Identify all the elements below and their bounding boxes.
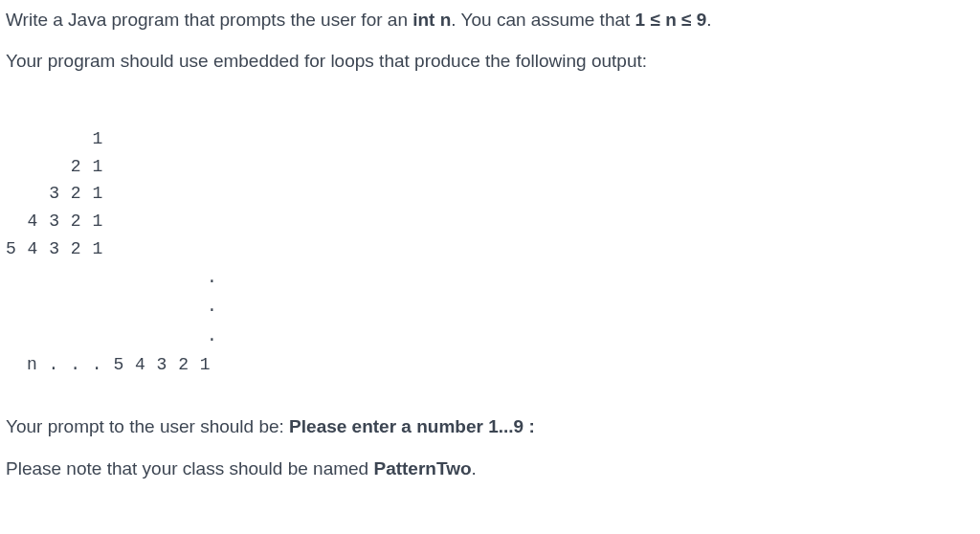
text-segment: Write a Java program that prompts the us…	[6, 10, 412, 30]
constraint-expression: 1 ≤ n ≤ 9	[635, 10, 707, 30]
pattern-line: 4 3 2 1	[6, 211, 103, 231]
dot: .	[207, 322, 974, 351]
pattern-line: 1	[6, 129, 103, 148]
text-segment: Please note that your class should be na…	[6, 458, 373, 478]
spacer	[6, 89, 974, 106]
instruction-paragraph-2: Your program should use embedded for loo…	[6, 47, 974, 75]
dot: .	[207, 292, 974, 322]
instruction-paragraph-3: Your prompt to the user should be: Pleas…	[6, 412, 974, 440]
text-segment: .	[472, 458, 477, 478]
output-pattern-block: 1 2 1 3 2 1 4 3 2 1 5 4 3 2 1 ...n . . .…	[6, 125, 974, 379]
code-identifier: int n	[412, 10, 451, 30]
text-segment: Your prompt to the user should be:	[6, 416, 289, 436]
pattern-line: 2 1	[6, 157, 103, 176]
class-name: PatternTwo	[373, 458, 471, 478]
ellipsis-vertical: ...	[207, 263, 974, 351]
prompt-text: Please enter a number 1...9 :	[289, 416, 535, 436]
pattern-line: 5 4 3 2 1	[6, 239, 103, 258]
spacer	[6, 395, 974, 412]
text-segment: . You can assume that	[451, 10, 635, 30]
pattern-final-line: n . . . 5 4 3 2 1	[27, 355, 211, 374]
instruction-paragraph-1: Write a Java program that prompts the us…	[6, 6, 974, 33]
pattern-line: 3 2 1	[6, 184, 103, 203]
dot: .	[207, 263, 974, 293]
text-segment: .	[706, 10, 711, 30]
instruction-paragraph-4: Please note that your class should be na…	[6, 455, 974, 482]
